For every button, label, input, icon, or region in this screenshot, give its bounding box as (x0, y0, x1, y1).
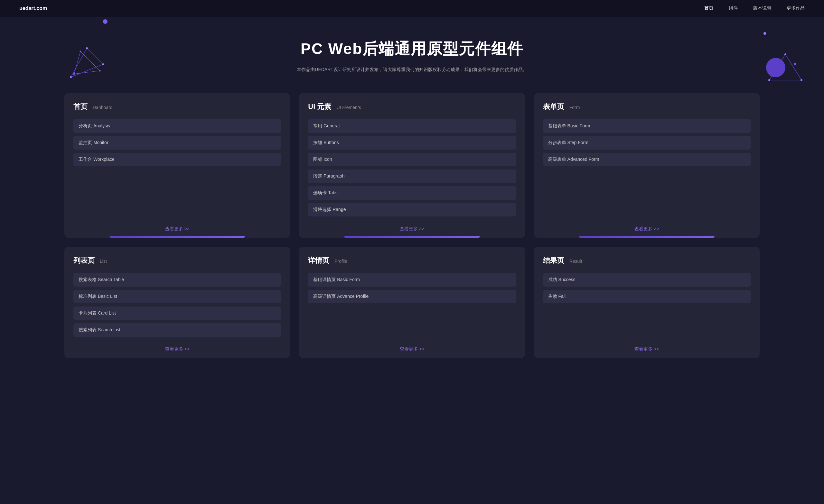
nav-link-components[interactable]: 组件 (729, 5, 738, 11)
card-profile: 详情页 Profile 基础详情页 Basic Form 高级详情页 Advan… (299, 247, 525, 358)
card-result-footer[interactable]: 查看更多 >> (543, 341, 751, 358)
card-home-title-en: Dahboard (93, 105, 113, 110)
logo: uedart.com (19, 5, 47, 11)
card-form-title-zh: 表单页 (543, 102, 564, 112)
card-profile-items: 基础详情页 Basic Form 高级详情页 Advance Profile (308, 273, 516, 337)
card-profile-header: 详情页 Profile (308, 256, 516, 265)
card-home-bar (109, 236, 245, 238)
card-ui-item-1[interactable]: 按钮 Buttons (308, 136, 516, 149)
card-form: 表单页 Form 基础表单 Basic Form 分步表单 Step Form … (534, 93, 760, 238)
card-home-item-1[interactable]: 监控页 Monitor (73, 136, 281, 149)
card-form-footer[interactable]: 查看更多 >> (543, 220, 751, 238)
nav-link-home[interactable]: 首页 (704, 5, 713, 11)
nav-links: 首页 组件 版本说明 更多作品 (704, 5, 805, 11)
card-result-title-en: Result (570, 259, 582, 264)
card-list-footer[interactable]: 查看更多 >> (73, 341, 281, 358)
card-form-title-en: Form (570, 105, 580, 110)
card-list-item-2[interactable]: 卡片列表 Card List (73, 306, 281, 320)
card-list-item-1[interactable]: 标准列表 Basic List (73, 290, 281, 303)
card-home-item-0[interactable]: 分析页 Analysis (73, 119, 281, 133)
hero-title: PC Web后端通用原型元件组件 (0, 38, 824, 59)
card-list-item-0[interactable]: 搜索表格 Search Table (73, 273, 281, 286)
navbar: uedart.com 首页 组件 版本说明 更多作品 (0, 0, 824, 17)
card-ui-title-zh: UI 元素 (308, 102, 331, 112)
nav-link-more[interactable]: 更多作品 (787, 5, 805, 11)
card-ui-items: 常用 General 按钮 Buttons 图标 Icon 段落 Paragra… (308, 119, 516, 217)
svg-point-12 (794, 63, 796, 65)
card-result-title-zh: 结果页 (543, 256, 564, 265)
card-home-item-2[interactable]: 工作台 Workplace (73, 153, 281, 166)
card-ui-elements: UI 元素 UI Elements 常用 General 按钮 Buttons … (299, 93, 525, 238)
card-list-header: 列表页 List (73, 256, 281, 265)
card-list-title-zh: 列表页 (73, 256, 95, 265)
card-form-bar (579, 236, 715, 238)
card-result: 结果页 Result 成功 Success 失败 Fail 查看更多 >> (534, 247, 760, 358)
card-home-title-zh: 首页 (73, 102, 88, 112)
card-home-footer[interactable]: 查看更多 >> (73, 220, 281, 238)
cards-section: 首页 Dahboard 分析页 Analysis 监控页 Monitor 工作台… (0, 74, 824, 393)
card-profile-title-zh: 详情页 (308, 256, 329, 265)
card-profile-item-0[interactable]: 基础详情页 Basic Form (308, 273, 516, 286)
card-home-header: 首页 Dahboard (73, 102, 281, 112)
card-result-items: 成功 Success 失败 Fail (543, 273, 751, 337)
card-list-item-3[interactable]: 搜索列表 Search List (73, 323, 281, 337)
deco-circle-3 (763, 32, 766, 35)
card-form-item-1[interactable]: 分步表单 Step Form (543, 136, 751, 149)
hero-subtitle: 本作品由UEDART设计研究所设计并发布，请大家尊重我们的知识版权和劳动成果，我… (0, 66, 824, 74)
svg-point-4 (102, 64, 104, 65)
nav-link-changelog[interactable]: 版本说明 (753, 5, 771, 11)
card-ui-header: UI 元素 UI Elements (308, 102, 516, 112)
card-result-item-0[interactable]: 成功 Success (543, 273, 751, 286)
card-ui-footer[interactable]: 查看更多 >> (308, 220, 516, 238)
card-profile-title-en: Profile (334, 259, 347, 264)
card-profile-footer[interactable]: 查看更多 >> (308, 341, 516, 358)
card-ui-bar (344, 236, 480, 238)
card-result-header: 结果页 Result (543, 256, 751, 265)
card-result-item-1[interactable]: 失败 Fail (543, 290, 751, 303)
card-ui-title-en: UI Elements (336, 105, 361, 110)
card-form-item-0[interactable]: 基础表单 Basic Form (543, 119, 751, 133)
card-home: 首页 Dahboard 分析页 Analysis 监控页 Monitor 工作台… (64, 93, 290, 238)
card-home-items: 分析页 Analysis 监控页 Monitor 工作台 Workplace (73, 119, 281, 217)
card-form-item-2[interactable]: 高级表单 Advanced Form (543, 153, 751, 166)
card-list: 列表页 List 搜索表格 Search Table 标准列表 Basic Li… (64, 247, 290, 358)
card-ui-item-4[interactable]: 选项卡 Tabs (308, 186, 516, 200)
cards-row-2: 列表页 List 搜索表格 Search Table 标准列表 Basic Li… (64, 247, 760, 358)
deco-circle-1 (103, 19, 107, 24)
card-form-items: 基础表单 Basic Form 分步表单 Step Form 高级表单 Adva… (543, 119, 751, 217)
card-profile-item-1[interactable]: 高级详情页 Advance Profile (308, 290, 516, 303)
card-list-title-en: List (100, 259, 107, 264)
card-ui-item-5[interactable]: 滑块选择 Range (308, 203, 516, 217)
card-ui-item-3[interactable]: 段落 Paragraph (308, 169, 516, 183)
card-list-items: 搜索表格 Search Table 标准列表 Basic List 卡片列表 C… (73, 273, 281, 337)
card-form-header: 表单页 Form (543, 102, 751, 112)
cards-row-1: 首页 Dahboard 分析页 Analysis 监控页 Monitor 工作台… (64, 93, 760, 238)
card-ui-item-0[interactable]: 常用 General (308, 119, 516, 133)
card-ui-item-2[interactable]: 图标 Icon (308, 153, 516, 166)
